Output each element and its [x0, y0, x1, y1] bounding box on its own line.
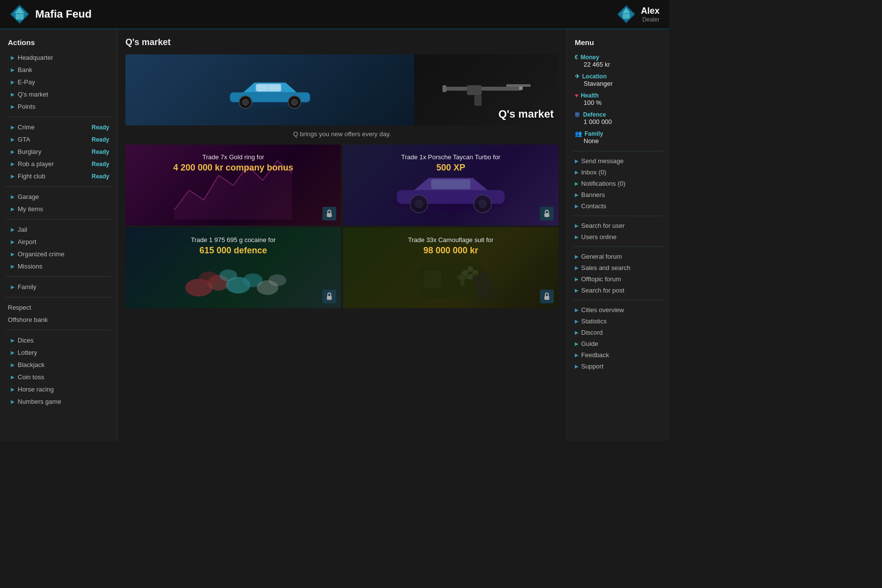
main-content: Q's market	[118, 29, 566, 441]
svg-rect-2	[16, 14, 24, 20]
trade-card-camo[interactable]: Trade 33x Camouflage suit for 98 000 000…	[343, 227, 559, 308]
sidebar-item-garage[interactable]: ▶Garage	[0, 191, 117, 203]
divider	[6, 117, 111, 117]
sidebar-item-bank[interactable]: ▶Bank	[0, 64, 117, 76]
menu-link-guide[interactable]: ▶Guide	[567, 338, 669, 349]
trade-card-porsche[interactable]: Trade 1x Porsche Taycan Turbo for 500 XP	[343, 145, 559, 225]
arrow-icon: ▶	[575, 307, 579, 313]
sidebar-item-organized-crime[interactable]: ▶Organized crime	[0, 248, 117, 260]
sidebar-item-fightclub[interactable]: ▶Fight club Ready	[0, 170, 117, 182]
menu-link-notifications[interactable]: ▶Notifications (0)	[567, 178, 669, 189]
lock-icon	[543, 210, 551, 218]
sidebar-item-numbersgame[interactable]: ▶Numbers game	[0, 395, 117, 408]
menu-link-general-forum[interactable]: ▶General forum	[567, 251, 669, 262]
sidebar-item-cointoss[interactable]: ▶Coin toss	[0, 371, 117, 383]
sidebar-item-missions[interactable]: ▶Missions	[0, 260, 117, 272]
menu-link-cities[interactable]: ▶Cities overview	[567, 304, 669, 316]
menu-links-misc: ▶Cities overview ▶Statistics ▶Discord ▶G…	[567, 304, 669, 372]
menu-link-statistics[interactable]: ▶Statistics	[567, 316, 669, 327]
gta-badge: Ready	[92, 136, 109, 143]
family-label: Family	[585, 130, 603, 137]
trade-lock-4[interactable]	[540, 290, 554, 303]
arrow-icon: ▶	[575, 158, 579, 164]
menu-links-users: ▶Search for user ▶Users online	[567, 220, 669, 243]
sidebar-item-gta[interactable]: ▶GTA Ready	[0, 133, 117, 146]
user-avatar-icon	[617, 5, 635, 23]
sidebar-item-offshore[interactable]: Offshore bank	[0, 314, 117, 326]
defence-icon: ⛨	[575, 111, 581, 118]
app-title: Mafia Feud	[35, 8, 92, 21]
menu-link-users-online[interactable]: ▶Users online	[567, 231, 669, 243]
sidebar-item-burglary[interactable]: ▶Burglary Ready	[0, 146, 117, 158]
health-value: 100 %	[575, 99, 662, 106]
sidebar-item-respect[interactable]: Respect	[0, 301, 117, 314]
weapon-illustration	[438, 68, 536, 112]
location-value: Stavanger	[575, 80, 662, 87]
menu-link-feedback[interactable]: ▶Feedback	[567, 349, 669, 361]
arrow-icon: ▶	[11, 350, 15, 355]
arrow-icon: ▶	[575, 341, 579, 346]
health-label: Health	[581, 92, 599, 99]
menu-link-offtopic[interactable]: ▶Offtopic forum	[567, 273, 669, 285]
trade-card-cocaine[interactable]: Trade 1 975 695 g cocaine for 615 000 de…	[125, 227, 341, 308]
sidebar-item-blackjack[interactable]: ▶Blackjack	[0, 359, 117, 371]
sidebar-item-lottery[interactable]: ▶Lottery	[0, 346, 117, 359]
sidebar-item-points[interactable]: ▶Points	[0, 100, 117, 113]
trade-value-2: 500 XP	[436, 163, 465, 173]
menu-link-banners[interactable]: ▶Banners	[567, 189, 669, 200]
arrow-icon: ▶	[11, 227, 15, 232]
sidebar-item-airport[interactable]: ▶Airport	[0, 236, 117, 248]
sidebar-item-myitems[interactable]: ▶My items	[0, 203, 117, 215]
sidebar-title: Actions	[0, 35, 117, 51]
trade-lock-3[interactable]	[322, 290, 336, 303]
svg-point-29	[478, 199, 487, 208]
arrow-icon: ▶	[575, 288, 579, 293]
sidebar-item-epay[interactable]: ▶E-Pay	[0, 76, 117, 88]
stat-family: 👥Family None	[567, 128, 669, 147]
banner-overlay-text: Q's market	[498, 108, 554, 121]
sidebar-item-horseracing[interactable]: ▶Horse racing	[0, 383, 117, 395]
arrow-icon: ▶	[575, 330, 579, 335]
svg-point-14	[291, 99, 297, 105]
svg-rect-9	[256, 84, 267, 91]
money-value: 22 465 kr	[575, 61, 662, 68]
location-label: Location	[582, 73, 607, 80]
menu-link-inbox[interactable]: ▶Inbox (0)	[567, 167, 669, 178]
menu-link-contacts[interactable]: ▶Contacts	[567, 200, 669, 212]
svg-rect-22	[327, 213, 332, 217]
trade-card-gold-ring[interactable]: Trade 7x Gold ring for 4 200 000 kr comp…	[125, 145, 341, 225]
svg-point-12	[242, 99, 248, 105]
arrow-icon: ▶	[11, 194, 15, 199]
svg-point-47	[463, 270, 468, 276]
sidebar-section-nav: ▶Headquarter ▶Bank ▶E-Pay ▶Q's market ▶P…	[0, 51, 117, 113]
banner-subtitle: Q brings you new offers every day.	[125, 130, 559, 138]
menu-link-sales[interactable]: ▶Sales and search	[567, 262, 669, 273]
trade-lock-2[interactable]	[540, 207, 554, 220]
arrow-icon: ▶	[575, 364, 579, 369]
sidebar-item-crime[interactable]: ▶Crime Ready	[0, 121, 117, 133]
trade-label-3: Trade 1 975 695 g cocaine for	[191, 236, 276, 244]
sidebar-item-rob-player[interactable]: ▶Rob a player Ready	[0, 158, 117, 170]
sidebar-section-crime: ▶Crime Ready ▶GTA Ready ▶Burglary Ready …	[0, 121, 117, 182]
sidebar-item-qsmarket[interactable]: ▶Q's market	[0, 88, 117, 100]
menu-link-support[interactable]: ▶Support	[567, 361, 669, 372]
divider	[573, 300, 663, 300]
menu-link-discord[interactable]: ▶Discord	[567, 327, 669, 338]
svg-rect-16	[506, 84, 531, 87]
trade-value-4: 98 000 000 kr	[423, 245, 478, 256]
sidebar-item-family[interactable]: ▶Family	[0, 281, 117, 293]
trade-label-4: Trade 33x Camouflage suit for	[408, 236, 493, 244]
menu-link-search-user[interactable]: ▶Search for user	[567, 220, 669, 231]
trade-lock-1[interactable]	[322, 207, 336, 220]
sidebar-item-headquarter[interactable]: ▶Headquarter	[0, 51, 117, 64]
sidebar-item-jail[interactable]: ▶Jail	[0, 223, 117, 236]
arrow-icon: ▶	[11, 79, 15, 85]
menu-link-search-post[interactable]: ▶Search for post	[567, 285, 669, 296]
arrow-icon: ▶	[575, 203, 579, 209]
divider	[573, 246, 663, 247]
arrow-icon: ▶	[11, 161, 15, 167]
menu-link-send-message[interactable]: ▶Send message	[567, 155, 669, 167]
arrow-icon: ▶	[575, 254, 579, 259]
sidebar-item-dices[interactable]: ▶Dices	[0, 334, 117, 346]
menu-links-messaging: ▶Send message ▶Inbox (0) ▶Notifications …	[567, 155, 669, 212]
